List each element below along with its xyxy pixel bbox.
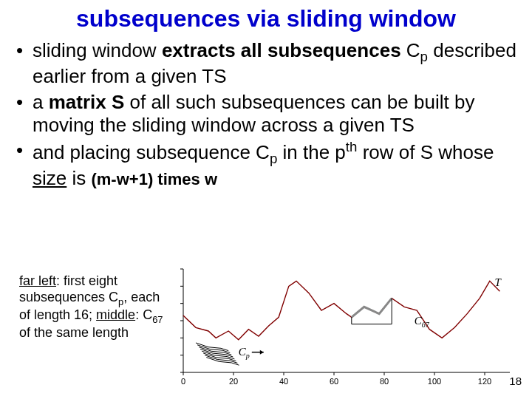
page-number: 18: [509, 375, 522, 387]
bullet-2: • a matrix S of all such subsequences ca…: [13, 91, 519, 136]
text-bold: extracts all subsequences: [162, 39, 401, 61]
svg-text:T: T: [495, 276, 502, 288]
subscript: p: [420, 49, 428, 64]
svg-text:100: 100: [428, 377, 441, 386]
bullet-dot: •: [16, 91, 23, 114]
bullet-1: • sliding window extracts all subsequenc…: [13, 39, 519, 88]
bullet-2-text: a matrix S of all such subsequences can …: [33, 91, 474, 136]
svg-text:40: 40: [279, 377, 288, 386]
bullet-3: • and placing subsequence Cp in the pth …: [13, 139, 519, 190]
svg-text:0: 0: [181, 377, 185, 386]
figure-caption: far left: first eight subsequences Cp, e…: [19, 273, 167, 341]
svg-text:Cp: Cp: [239, 346, 250, 360]
text: in the p: [277, 141, 346, 163]
text-underline: size: [33, 167, 66, 189]
caption-text: : C: [135, 307, 152, 322]
bullet-dot: •: [16, 39, 23, 62]
text: a: [33, 91, 49, 113]
caption-label: far left: [19, 273, 56, 288]
caption-label: middle: [96, 307, 135, 322]
text-bold: (m-w+1) times w: [91, 170, 217, 188]
text: sliding window: [33, 39, 162, 61]
bullet-3-text: and placing subsequence Cp in the pth ro…: [33, 141, 494, 189]
subscript: p: [270, 151, 277, 166]
superscript: th: [346, 139, 358, 154]
svg-text:120: 120: [478, 377, 491, 386]
svg-text:60: 60: [330, 377, 338, 386]
svg-text:C67: C67: [415, 315, 430, 329]
slide-title: subsequences via sliding window: [0, 0, 532, 39]
subscript: 67: [152, 313, 163, 324]
text: row of S whose: [357, 141, 494, 163]
caption-text: of the same length: [19, 325, 129, 340]
svg-text:80: 80: [380, 377, 389, 386]
text: C: [401, 39, 420, 61]
text: and placing subsequence C: [33, 141, 270, 163]
chart-figure: 020406080100120TC67Cp: [170, 265, 517, 389]
text-bold: matrix S: [49, 91, 125, 113]
svg-text:20: 20: [229, 377, 238, 386]
text: is: [66, 167, 91, 189]
bullet-1-text: sliding window extracts all subsequences…: [33, 39, 516, 87]
bullet-dot: •: [16, 139, 23, 162]
bullets-area: • sliding window extracts all subsequenc…: [0, 39, 532, 190]
